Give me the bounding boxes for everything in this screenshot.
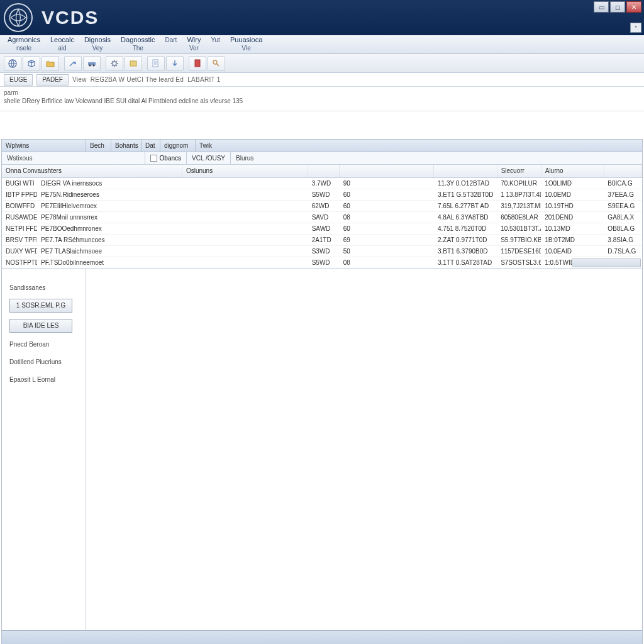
sidebar-text: Pnecd Beroan [9, 339, 78, 350]
tab-item[interactable]: Blurus [231, 155, 258, 162]
table-cell: S5.9T7BIO.KB [497, 234, 541, 245]
table-row[interactable]: BUGI WTIDIEGR VA inernssocs3.7WD9011.3Y … [2, 177, 642, 189]
svg-rect-8 [195, 60, 200, 67]
table-cell: 10.5301BT3T.AB [497, 223, 541, 234]
arrow-icon [68, 58, 78, 69]
table-cell [182, 200, 308, 211]
toolbar-button[interactable] [106, 56, 123, 71]
toolbar-button[interactable] [23, 56, 40, 71]
table-cell: 3.ET1 G.5T32BT0D [434, 189, 497, 200]
toolbar-button[interactable] [166, 56, 184, 71]
table-cell: 3.8SIA.G [604, 234, 641, 245]
table-cell: 319,7J213T.MB [497, 200, 541, 211]
toolbar-button[interactable] [64, 56, 82, 71]
svg-point-5 [113, 62, 116, 65]
table-row[interactable]: RUSAWDEPE78Mnil unnnsrrexSAVD084.8AL 6.3… [2, 211, 642, 223]
tab-checkbox[interactable]: Obancs [145, 152, 187, 164]
column-header[interactable] [604, 165, 641, 177]
gear-icon [109, 58, 119, 69]
info-button[interactable]: PADEF [36, 74, 69, 86]
sidebar-button[interactable]: BIA IDE LES [9, 319, 72, 333]
table-cell: PE7EIiIHlelvemroex [37, 200, 182, 211]
table-row[interactable]: BOIWFFDPE7EIiIHlelvemroex62WD607.65L 6.2… [2, 200, 642, 211]
table-cell: 1O0LIMD [541, 177, 604, 189]
column-header[interactable]: Alurno [541, 165, 604, 177]
toolbar-button[interactable] [42, 56, 59, 71]
table-cell: 7.65L 6.277BT AD [434, 200, 497, 211]
window-minimize-button[interactable]: ▭ [594, 1, 609, 13]
panel-tabs: Wstixous Obancs VCL /OUSY Blurus [2, 152, 642, 165]
tool-icon [211, 58, 221, 69]
toolbar-button[interactable] [83, 56, 101, 71]
status-line: shelle DRery Brfirlice law Volcwand IBE … [4, 97, 640, 104]
menu-item[interactable]: Yut [206, 36, 225, 44]
svg-point-0 [9, 9, 26, 26]
svg-point-4 [93, 64, 95, 66]
info-button[interactable]: EUGE [4, 74, 33, 86]
menu-item[interactable]: Agrmonicsnsele [3, 36, 45, 52]
table-cell [182, 234, 308, 245]
menu-item[interactable]: Leocalcaid [45, 36, 79, 52]
table-cell: S5WD [308, 189, 340, 200]
toolbar-button[interactable] [147, 56, 165, 71]
table-cell: IBTP FPFD [2, 189, 37, 200]
column-header[interactable]: Slecuorr [497, 165, 541, 177]
menu-item[interactable]: DignosisVey [79, 36, 116, 52]
toolbar-button[interactable] [189, 56, 206, 71]
column-header[interactable] [308, 165, 340, 177]
sidebar-button[interactable]: 1 SOSR.EML P.G [9, 299, 72, 313]
horizontal-scrollbar[interactable] [572, 258, 641, 267]
content-area [86, 269, 642, 645]
table-row[interactable]: BRSV TPFDPE7.TA RSéhmuncoes2A1TD692.ZAT … [2, 234, 642, 245]
toolbar-button[interactable] [125, 56, 142, 71]
table-cell: B0ICA.G [604, 177, 641, 189]
column-header[interactable] [340, 165, 434, 177]
table-cell: 70.KOPILUR [497, 177, 541, 189]
window-close-button[interactable]: ✕ [626, 1, 641, 13]
table-cell: BUGI WTI [2, 177, 37, 189]
table-row[interactable]: DUXY WFDPE7 TLASlaichmsoeeS3WD503.BT1 6.… [2, 245, 642, 257]
table-cell: 60 [340, 200, 434, 211]
column-header[interactable] [434, 165, 497, 177]
toolbar-button[interactable] [208, 56, 225, 71]
header-cell[interactable]: Wplwins [2, 140, 86, 152]
info-label: View [72, 76, 87, 83]
table-cell: 90 [340, 177, 434, 189]
status-area: parm shelle DRery Brfirlice law Volcwand… [0, 87, 644, 107]
header-cell[interactable]: Twik [196, 140, 642, 152]
header-cell[interactable]: Bohants [111, 140, 142, 152]
column-header[interactable]: Onna Convaushters [2, 165, 182, 177]
table-cell: NOSTFPTD [2, 257, 37, 268]
table-cell: BRSV TPFD [2, 234, 37, 245]
menu-item[interactable]: Dart [160, 36, 182, 44]
table-cell [182, 177, 308, 189]
table-row[interactable]: IBTP FPFDPE75N.RidineseroesS5WD603.ET1 G… [2, 189, 642, 200]
menu-item[interactable]: PuuasiocaVle [225, 36, 267, 52]
table-cell: 4.751 8.7520T0D [434, 223, 497, 234]
menu-item[interactable]: DagnossticThe [116, 36, 160, 52]
table-cell: 11.3Y 0.O12BTAD [434, 177, 497, 189]
table-cell [182, 223, 308, 234]
menu-bar: Agrmonicsnsele Leocalcaid DignosisVey Da… [0, 35, 644, 54]
sheet-icon [151, 58, 161, 69]
table-cell: SAVD [308, 211, 340, 223]
column-header[interactable]: Oslununs [182, 165, 308, 177]
table-row[interactable]: NETPI FFDPE7BOOedhmnronexSAWD604.751 8.7… [2, 223, 642, 234]
menu-item[interactable]: WiryVor [182, 36, 206, 52]
header-cell[interactable]: Bech [86, 140, 111, 152]
box-icon [128, 58, 138, 69]
sidebar-text: Epaosit L Eornal [9, 374, 78, 386]
window-maximize-button[interactable]: ◻ [610, 1, 625, 13]
tab-label: Wstixous [2, 155, 38, 162]
sidebar-text: Dotillend Piucriuns [9, 357, 78, 368]
window-restore-button[interactable]: ▫ [630, 23, 641, 33]
header-cell[interactable]: diggnom [160, 140, 196, 152]
toolbar-button[interactable] [4, 56, 21, 71]
tab-item[interactable]: VCL /OUSY [187, 152, 231, 164]
table-cell: 3.BT1 6.3790B0D [434, 245, 497, 257]
table-cell: RUSAWDE [2, 211, 37, 223]
table-cell: 60 [340, 189, 434, 200]
car-icon [87, 58, 97, 69]
header-cell[interactable]: Dat [142, 140, 160, 152]
table-row[interactable]: NOSTFPTDPF.TSDo0bilnneemoetS5WD083.1TT 0… [2, 257, 642, 268]
